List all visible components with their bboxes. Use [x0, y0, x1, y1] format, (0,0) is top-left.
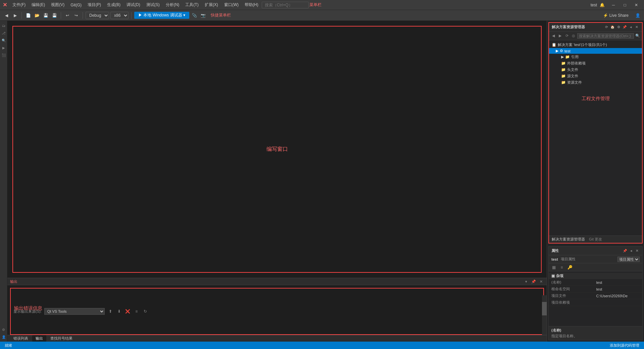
- output-source-select[interactable]: Qt VS Tools: [44, 308, 105, 315]
- tree-solution[interactable]: 📋 解决方案 'test'(1个项目/共1个): [549, 42, 642, 48]
- output-btn-1[interactable]: ⬆: [107, 308, 113, 314]
- menu-window[interactable]: 窗口(W): [221, 1, 241, 8]
- prop-selector: test 项目属性 项目属性: [549, 255, 642, 263]
- se-search-btn[interactable]: 🔍: [635, 33, 641, 39]
- output-body: 显示输出来源(S): Qt VS Tools ⬆ ⬇ ❌ ≡ ↻ 输出错误信息: [7, 285, 547, 335]
- run-button[interactable]: ▶ 本地 Windows 调试器 ▾: [134, 12, 189, 19]
- tree-resources[interactable]: 📁 资源文件: [549, 79, 642, 86]
- tree-sources[interactable]: 📁 源文件: [549, 73, 642, 79]
- toolbar-person[interactable]: 👤: [634, 12, 641, 19]
- toolbar-undo[interactable]: ↩: [64, 12, 71, 19]
- output-btn-2[interactable]: ⬇: [116, 308, 122, 314]
- menu-test[interactable]: 测试(S): [144, 1, 162, 8]
- menu-debug[interactable]: 调试(D): [124, 1, 143, 8]
- tab-error-list[interactable]: 错误列表: [10, 335, 32, 342]
- se-tab-git[interactable]: Git 更改: [588, 236, 603, 243]
- tree-label-references: 引用: [571, 54, 579, 59]
- menu-git[interactable]: Git(G): [68, 2, 84, 8]
- output-header: 输出 ▾ 📌 ✕: [7, 278, 547, 285]
- se-search-input[interactable]: [577, 33, 634, 39]
- prop-category[interactable]: ▣ 杂项: [549, 273, 642, 279]
- activity-run[interactable]: ▶: [0, 44, 7, 51]
- menu-view[interactable]: 视图(V): [48, 1, 67, 8]
- output-btn-4[interactable]: ≡: [134, 308, 140, 314]
- se-btn-arrow[interactable]: ◂: [628, 25, 633, 30]
- se-btn-settings[interactable]: ⚙: [616, 25, 621, 30]
- prop-btn-close[interactable]: ✕: [634, 248, 640, 254]
- platform-dropdown[interactable]: x86: [110, 12, 129, 19]
- prop-btn-arrow[interactable]: ◂: [628, 248, 634, 254]
- menu-extensions[interactable]: 扩展(X): [202, 1, 221, 8]
- prop-btn-grid[interactable]: ▦: [550, 264, 557, 271]
- output-close[interactable]: ✕: [538, 278, 544, 285]
- prop-btn-list[interactable]: ≡: [558, 264, 565, 271]
- menu-file[interactable]: 文件(F): [10, 1, 28, 8]
- tree-project[interactable]: ▶ ⚙ test: [549, 48, 642, 54]
- tree-references[interactable]: ▶ 📁 引用: [549, 54, 642, 60]
- right-panel: 解决方案资源管理器 ⟳ 🏠 ⚙ 📌 ◂ ✕ ◀ ▶ ⟳ ◎ 🔍: [547, 21, 644, 342]
- output-controls: ▾ 📌 ✕: [523, 278, 544, 285]
- prop-type-select[interactable]: 项目属性: [617, 257, 640, 262]
- status-source-control[interactable]: 添加到源代码管理: [608, 343, 641, 348]
- output-collapse[interactable]: ▾: [523, 278, 529, 285]
- status-ready[interactable]: 就绪: [3, 343, 14, 348]
- tree-label-solution: 解决方案 'test'(1个项目/共1个): [558, 42, 607, 47]
- btn-minimize[interactable]: ─: [608, 1, 618, 9]
- activity-solution[interactable]: 🗂: [0, 22, 7, 29]
- se-btn-sync[interactable]: ⟳: [604, 25, 609, 30]
- btn-notification[interactable]: 🔔: [597, 1, 607, 9]
- live-share-icon: ⚡: [603, 13, 608, 18]
- activity-git[interactable]: ⎇: [0, 30, 7, 36]
- btn-maximize[interactable]: □: [620, 1, 630, 9]
- activity-extensions[interactable]: ⬛: [0, 52, 7, 58]
- se-btn-pin[interactable]: 📌: [622, 25, 627, 30]
- toolbar-attach[interactable]: 📎: [191, 12, 198, 19]
- output-btn-5[interactable]: ↻: [142, 308, 148, 314]
- activity-bar: 🗂 ⎇ 🔍 ▶ ⬛ ⚙ 👤: [0, 21, 7, 342]
- live-share-button[interactable]: ⚡ Live Share: [600, 12, 631, 18]
- tree-external-deps[interactable]: 📁 外部依赖项: [549, 60, 642, 67]
- output-scrollbar[interactable]: [542, 295, 547, 335]
- tree-folder-res: 📁: [561, 80, 566, 85]
- btn-close[interactable]: ✕: [631, 1, 641, 9]
- menu-project[interactable]: 项目(P): [85, 1, 104, 8]
- menu-analyze[interactable]: 分析(N): [163, 1, 182, 8]
- prop-footer: (名称) 指定项目名称。: [549, 326, 642, 340]
- se-btn-home[interactable]: 🏠: [610, 25, 615, 30]
- menu-edit[interactable]: 编辑(E): [29, 1, 48, 8]
- activity-settings[interactable]: ⚙: [0, 326, 7, 333]
- tab-output[interactable]: 输出: [32, 335, 46, 342]
- toolbar-forward[interactable]: ▶: [11, 12, 19, 19]
- se-tab-solution[interactable]: 解决方案资源管理器: [550, 236, 586, 243]
- prop-btn-search[interactable]: 🔑: [566, 264, 574, 271]
- se-btn-close[interactable]: ✕: [634, 25, 639, 30]
- tab-find-results[interactable]: 查找符号结果: [47, 335, 76, 342]
- output-pin[interactable]: 📌: [531, 278, 537, 285]
- menu-help[interactable]: 帮助(H): [242, 1, 261, 8]
- toolbar-save-all[interactable]: 💾: [42, 12, 49, 19]
- toolbar-back[interactable]: ◀: [3, 12, 10, 19]
- activity-account[interactable]: 👤: [0, 334, 7, 340]
- editor-box: 编写窗口: [12, 26, 542, 273]
- se-tool-1[interactable]: ◀: [550, 33, 556, 39]
- menu-tools[interactable]: 工具(T): [183, 1, 201, 8]
- toolbar-redo[interactable]: ↪: [72, 12, 80, 19]
- toolbar-save[interactable]: 💾: [51, 12, 58, 19]
- toolbar: ◀ ▶ 📄 📂 💾 💾 ↩ ↪ Debug x86 ▶ 本地 Windows 调…: [0, 10, 644, 21]
- toolbar-new[interactable]: 📄: [24, 12, 32, 19]
- prop-btn-pin[interactable]: 📌: [622, 248, 628, 254]
- tree-headers[interactable]: 📁 头文件: [549, 67, 642, 73]
- se-tool-3[interactable]: ⟳: [564, 33, 570, 39]
- output-btn-3[interactable]: ❌: [125, 308, 131, 314]
- menu-build[interactable]: 生成(B): [104, 1, 123, 8]
- search-input[interactable]: [262, 2, 309, 8]
- debug-config-dropdown[interactable]: Debug: [86, 12, 109, 19]
- activity-search[interactable]: 🔍: [0, 37, 7, 44]
- se-tool-4[interactable]: ◎: [571, 33, 577, 39]
- se-tool-2[interactable]: ▶: [557, 33, 563, 39]
- toolbar-open[interactable]: 📂: [33, 12, 41, 19]
- toolbar-capture[interactable]: 📷: [199, 12, 207, 19]
- bottom-tabs: 错误列表 输出 查找符号结果: [7, 335, 547, 342]
- prop-row-1: 根命名空间 test: [549, 286, 642, 293]
- status-right: 添加到源代码管理: [608, 343, 641, 348]
